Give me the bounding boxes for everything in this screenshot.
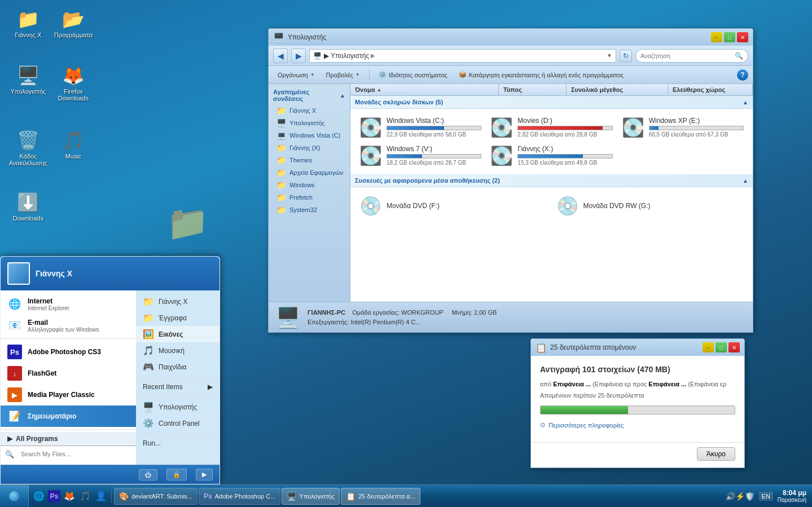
lock-button[interactable]: 🔒	[166, 469, 187, 480]
ql-ie-button[interactable]: 🌐	[32, 490, 46, 503]
section-collapse-icon[interactable]: ▲	[743, 99, 748, 105]
sm-item-photoshop[interactable]: Ps Adobe Photoshop CS3	[1, 341, 136, 363]
search-submit-icon[interactable]: 🔍	[735, 52, 743, 60]
taskbar-deviantart[interactable]: 🎨 deviantART: Submis...	[114, 488, 197, 505]
desktop-icon-giannhs[interactable]: 📁 Γιάννης Χ	[6, 6, 51, 41]
sidebar-item-giannhs[interactable]: 📁 Γιάννης Χ	[269, 104, 350, 117]
col-free[interactable]: Ελεύθερος χώρος	[668, 84, 753, 95]
help-button[interactable]: ?	[737, 69, 748, 81]
power-button[interactable]: ⏻	[139, 469, 157, 480]
all-programs-item[interactable]: ▶ All Programs	[1, 432, 136, 446]
sm-right-paixnidia[interactable]: 🎮 Παιχνίδια	[136, 359, 220, 375]
sm-right-eikones[interactable]: 🖼️ Εικόνες	[136, 326, 220, 342]
sidebar-computer-icon: 🖥️	[276, 118, 286, 127]
desktop-icon-programmata[interactable]: 📂 Προγράμματα	[51, 6, 96, 41]
taskbar-copy[interactable]: 📋 25 δευτερόλεπτα α...	[341, 488, 420, 505]
start-button[interactable]	[0, 485, 29, 508]
ql-browser-button[interactable]: 🦊	[63, 490, 76, 503]
giannhs-folder-icon: 📁	[143, 296, 154, 307]
taskbar-photoshop[interactable]: Ps Adobe Photoshop C...	[199, 488, 280, 505]
downloads-label: Downloads	[13, 215, 43, 222]
sm-item-flashget[interactable]: ↓ FlashGet	[1, 363, 136, 384]
sidebar-item-themes[interactable]: 📁 Themes	[269, 154, 350, 166]
disk-item-e[interactable]: 💽 Windows XP (E:) 60,5 GB ελεύθερα από 6…	[617, 113, 748, 142]
ql-ps-button[interactable]: Ps	[48, 490, 60, 502]
sm-right-giannhs[interactable]: 📁 Γιάννης Χ	[136, 293, 220, 310]
sidebar-item-arxeia[interactable]: 📁 Αρχεία Εφαρμογών	[269, 166, 350, 179]
taskbar: 🌐 Ps 🦊 🎵 👤 🎨 deviantART: Submis... Ps Ad…	[0, 484, 812, 507]
disk-item-x[interactable]: 💽 Γιάννης (Χ:) 15,3 GB ελεύθερα από 49,8…	[486, 142, 617, 170]
sidebar-item-windows-vista[interactable]: 💻 Windows Vista (C)	[269, 129, 350, 142]
main-content: Όνομα ▲ Τύπος Συνολικό μέγεθος Ελεύθερος…	[350, 84, 753, 302]
sm-right-computer[interactable]: 🖥️ Υπολογιστής	[136, 399, 220, 415]
sm-right-mousiki[interactable]: 🎵 Μουσική	[136, 342, 220, 359]
desktop-icon-recycle[interactable]: 🗑️ Κάδος Ανακύκλωσης	[6, 127, 51, 169]
address-dropdown-icon[interactable]: ▼	[607, 52, 612, 59]
sidebar-item-system32[interactable]: 📁 System32	[269, 204, 350, 216]
disk-name-v: Windows 7 (V:)	[387, 145, 481, 153]
copy-dialog-body: Αντιγραφή 101 στοιχείων (470 MB) από Επι…	[531, 356, 744, 442]
sm-right-recent[interactable]: Recent Items ▶	[136, 380, 220, 394]
system-properties-button[interactable]: ⚙️ Ιδιότητες συστήματος	[374, 68, 452, 82]
sidebar-themes-label: Themes	[289, 157, 312, 164]
sm-right-control[interactable]: ⚙️ Control Panel	[136, 415, 220, 431]
sm-item-notepad[interactable]: 📝 Σημειωματάριο	[1, 405, 136, 427]
organize-button[interactable]: Οργάνωση ▼	[273, 68, 319, 82]
sm-right-run[interactable]: Run...	[136, 437, 220, 450]
ql-media-button[interactable]: 🎵	[78, 490, 92, 503]
desktop-icon-ypologistis[interactable]: 🖥️ Υπολογιστής	[6, 62, 51, 97]
dvd-item-g[interactable]: 💿 Μονάδα DVD RW (G:)	[552, 192, 749, 220]
taskbar-explorer[interactable]: 🖥️ Υπολογιστής	[282, 488, 340, 505]
cancel-button[interactable]: Άκυρο	[697, 447, 735, 461]
disk-size-e: 60,5 GB ελεύθερα από 67,3 GB	[649, 131, 744, 138]
desktop-icon-downloads[interactable]: ⬇️ Downloads	[6, 189, 51, 224]
firefox-label: Firefox Downloads	[53, 88, 94, 102]
minimize-button[interactable]: −	[711, 32, 722, 42]
address-bar[interactable]: 🖥️ ▶ Υπολογιστής ▶ ▼	[309, 49, 616, 63]
views-button[interactable]: Προβολές ▼	[322, 68, 365, 82]
sm-right-eggrafa[interactable]: 📁 Έγγραφα	[136, 310, 220, 326]
back-button[interactable]: ◀	[273, 49, 288, 63]
dvd-item-f[interactable]: 💿 Μονάδα DVD (F:)	[355, 192, 552, 220]
disk-item-v[interactable]: 💽 Windows 7 (V:) 18,2 GB ελεύθερα από 28…	[355, 142, 486, 170]
forward-button[interactable]: ▶	[291, 49, 306, 63]
sidebar-prefetch-icon: 📁	[276, 193, 286, 202]
sm-item-internet[interactable]: 🌐 Internet Internet Explorer	[1, 293, 136, 315]
sm-right-eikones-label: Εικόνες	[159, 330, 183, 338]
sidebar-item-windows[interactable]: 📁 Windows	[269, 179, 350, 191]
sm-item-email[interactable]: 📧 E-mail Αλληλογραφία των Windows	[1, 315, 136, 336]
sm-item-mediaplayer[interactable]: ▶ Media Player Classic	[1, 384, 136, 405]
copy-details-toggle[interactable]: ⊙ Περισσότερες πληροφορίες	[540, 421, 735, 429]
sidebar-favorites-header[interactable]: Αγαπημένες συνδέσεις ▲	[269, 86, 350, 104]
search-input-explorer[interactable]	[640, 52, 732, 59]
status-info: ΓΙΑΝΝΗΣ-PC Ομάδα εργασίας: WORKGROUP Μνή…	[308, 308, 746, 327]
system-properties-label: Ιδιότητες συστήματος	[389, 72, 447, 78]
col-name[interactable]: Όνομα ▲	[350, 84, 499, 95]
uninstall-button[interactable]: 📦 Κατάργηση εγκατάστασης ή αλλαγή ενός π…	[454, 68, 628, 82]
col-total[interactable]: Συνολικό μέγεθος	[567, 84, 668, 95]
sidebar-item-giannhs-x[interactable]: 📁 Γιάννης (Χ)	[269, 142, 350, 154]
search-box[interactable]: 🔍	[635, 49, 748, 63]
copy-maximize-button[interactable]: □	[716, 342, 727, 352]
arrow-button[interactable]: ▶	[196, 469, 213, 480]
close-button[interactable]: ✕	[737, 32, 748, 42]
search-input[interactable]	[16, 448, 131, 460]
maximize-button[interactable]: □	[724, 32, 735, 42]
address-part-1: ▶	[324, 52, 329, 60]
disk-info-e: Windows XP (E:) 60,5 GB ελεύθερα από 67,…	[649, 117, 744, 138]
toolbar-separator	[369, 69, 370, 81]
copy-minimize-button[interactable]: −	[703, 342, 714, 352]
desktop-icon-music[interactable]: 🎵 Music	[51, 127, 96, 162]
explorer-tb-icon: 🖥️	[287, 492, 296, 501]
removable-collapse-icon[interactable]: ▲	[743, 178, 748, 184]
recycle-label: Κάδος Ανακύκλωσης	[8, 153, 49, 166]
col-type[interactable]: Τύπος	[499, 84, 567, 95]
desktop-icon-firefox[interactable]: 🦊 Firefox Downloads	[51, 62, 96, 104]
sidebar-item-computer[interactable]: 🖥️ Υπολογιστής	[269, 117, 350, 129]
sidebar-item-prefetch[interactable]: 📁 Prefetch	[269, 191, 350, 204]
ql-show-desktop-button[interactable]: 👤	[94, 490, 108, 503]
disk-item-c[interactable]: 💽 Windows Vista (C:) 22,9 GB ελεύθερα απ…	[355, 113, 486, 142]
copy-close-button[interactable]: ✕	[728, 342, 740, 352]
refresh-button[interactable]: ↻	[620, 50, 632, 62]
disk-item-d[interactable]: 💽 Movies (D:) 2,82 GB ελεύθερα από 28,8 …	[486, 113, 617, 142]
